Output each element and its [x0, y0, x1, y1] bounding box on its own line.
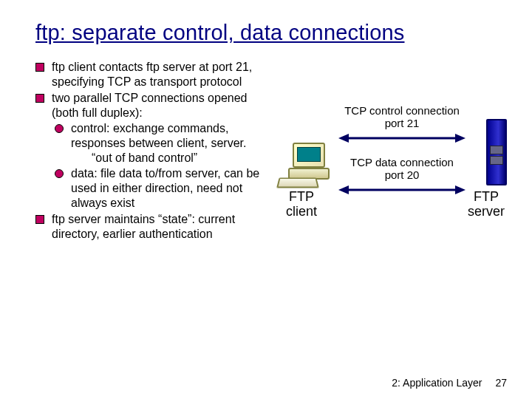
page-number: 27 — [495, 377, 507, 389]
bullet-text: ftp server maintains “state”: current di… — [52, 213, 235, 240]
bullet-list: ftp client contacts ftp server at port 2… — [35, 60, 272, 242]
diagram: TCP control connection port 21 TCP data … — [272, 97, 507, 243]
sub-bullet-item: data: file data to/from server, can be u… — [55, 166, 272, 211]
data-connection: TCP data connection port 20 — [338, 156, 466, 197]
bullet-item: ftp client contacts ftp server at port 2… — [35, 60, 272, 89]
monitor-icon — [293, 143, 325, 168]
svg-marker-4 — [338, 185, 349, 194]
sub-bullet-text: data: file data to/from server, can be u… — [71, 167, 259, 209]
caption-line: TCP data connection — [350, 156, 454, 168]
bullet-column: ftp client contacts ftp server at port 2… — [35, 60, 272, 243]
sub-bullet-tag: “out of band control” — [71, 151, 272, 166]
data-caption: TCP data connection port 20 — [338, 156, 466, 182]
footer-chapter: 2: Application Layer — [392, 377, 482, 389]
svg-marker-1 — [338, 134, 349, 143]
bullet-item: two parallel TCP connections opened (bot… — [35, 91, 272, 211]
server-label: FTPserver — [457, 190, 516, 219]
client-computer-icon — [278, 143, 331, 188]
sub-bullet-list: control: exchange commands, responses be… — [55, 121, 272, 211]
caption-line: TCP control connection — [344, 104, 460, 117]
bullet-text: two parallel TCP connections opened (bot… — [52, 92, 247, 119]
keyboard-icon — [276, 178, 319, 188]
sub-bullet-text: control: exchange commands, responses be… — [71, 122, 246, 149]
content-row: ftp client contacts ftp server at port 2… — [35, 60, 507, 243]
control-caption: TCP control connection port 21 — [338, 104, 466, 130]
svg-marker-2 — [455, 134, 466, 143]
double-arrow-icon — [338, 132, 466, 145]
slide: ftp: separate control, data connections … — [0, 0, 532, 399]
caption-line: port 20 — [385, 168, 420, 181]
server-tower-icon — [486, 119, 507, 185]
sub-bullet-item: control: exchange commands, responses be… — [55, 121, 272, 166]
slide-title: ftp: separate control, data connections — [35, 21, 507, 45]
caption-line: port 21 — [385, 117, 420, 129]
control-connection: TCP control connection port 21 — [338, 104, 466, 145]
double-arrow-icon — [338, 183, 466, 197]
bullet-item: ftp server maintains “state”: current di… — [35, 212, 272, 242]
footer: 2: Application Layer 27 — [392, 377, 507, 389]
bullet-text: ftp client contacts ftp server at port 2… — [52, 61, 252, 88]
client-label: FTPclient — [272, 190, 331, 219]
